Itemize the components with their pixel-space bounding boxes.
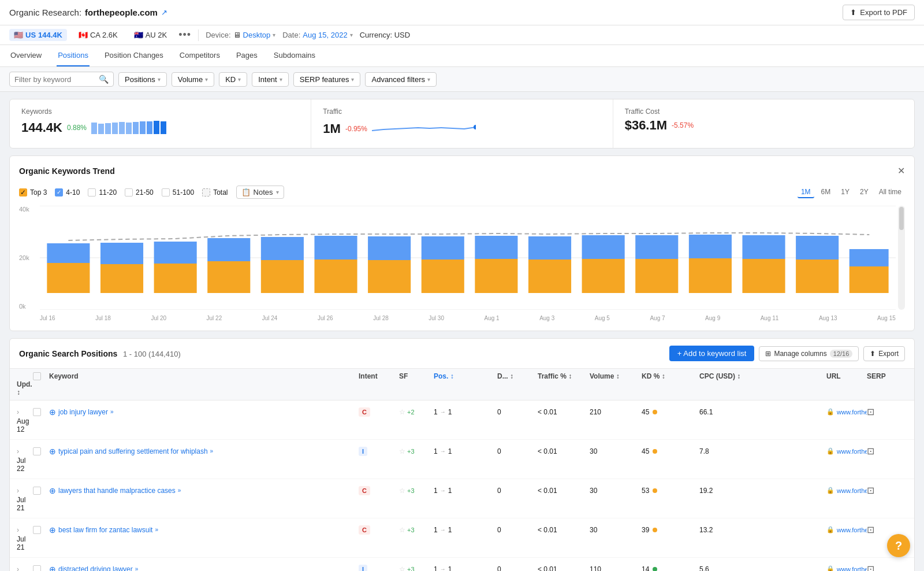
- advanced-filters-dropdown[interactable]: Advanced filters ▾: [365, 72, 437, 87]
- row-volume: 30: [590, 447, 642, 455]
- table-row: › ⊕ lawyers that handle malpractice case…: [10, 479, 914, 518]
- nav-positions[interactable]: Positions: [57, 45, 90, 66]
- row-serp[interactable]: ⊡: [867, 485, 907, 496]
- row-expand-button[interactable]: ›: [17, 408, 33, 416]
- col-cpc[interactable]: CPC (USD) ↕: [699, 372, 826, 380]
- keyword-link[interactable]: ⊕ lawyers that handle malpractice cases …: [49, 486, 359, 495]
- add-keyword-button[interactable]: + Add to keyword list: [669, 346, 755, 361]
- col-volume[interactable]: Volume ↕: [590, 372, 642, 380]
- svg-rect-31: [475, 259, 517, 293]
- row-checkbox[interactable]: [33, 447, 41, 455]
- metrics-row: Keywords 144.4K 0.88%: [9, 99, 915, 149]
- chart-header: Organic Keywords Trend ✕: [19, 165, 905, 176]
- nav-overview[interactable]: Overview: [9, 45, 43, 66]
- row-intent: I: [359, 565, 399, 572]
- country-au[interactable]: 🇦🇺 AU 2K: [129, 29, 172, 41]
- volume-dropdown[interactable]: Volume ▾: [172, 72, 214, 87]
- notes-button[interactable]: 📋 Notes ▾: [236, 186, 284, 199]
- external-link-icon[interactable]: ↗: [161, 8, 167, 17]
- keyword-link[interactable]: ⊕ typical pain and suffering settlement …: [49, 447, 359, 456]
- row-serp[interactable]: ⊡: [867, 406, 907, 417]
- row-expand-button[interactable]: ›: [17, 565, 33, 572]
- traffic-sparkline: [372, 120, 476, 140]
- svg-rect-32: [475, 236, 517, 259]
- device-filter[interactable]: Device: 🖥 Desktop ▾: [206, 31, 275, 39]
- chart-area: 40k 20k 0k: [19, 206, 905, 321]
- legend-total[interactable]: Total: [202, 188, 228, 196]
- keyword-link[interactable]: ⊕ job injury lawyer »: [49, 407, 359, 417]
- legend-21-50[interactable]: 21-50: [125, 188, 154, 196]
- row-serp[interactable]: ⊡: [867, 446, 907, 457]
- col-kd[interactable]: KD % ↕: [642, 372, 699, 380]
- col-serp[interactable]: SERP: [867, 372, 907, 380]
- col-d[interactable]: D... ↕: [497, 372, 538, 380]
- row-url[interactable]: 🔒 www.forthepeople.com/aut...unt/ ↗: [826, 447, 867, 455]
- row-expand-button[interactable]: ›: [17, 447, 33, 455]
- legend-checkbox-4-10: ✓: [55, 188, 63, 196]
- row-serp[interactable]: ⊡: [867, 524, 907, 535]
- kd-dropdown[interactable]: KD ▾: [219, 72, 247, 87]
- time-alltime-button[interactable]: All time: [875, 187, 905, 198]
- svg-rect-8: [147, 121, 152, 134]
- col-url[interactable]: URL: [826, 372, 867, 380]
- export-pdf-button[interactable]: ⬆ Export to PDF: [843, 5, 915, 20]
- positions-dropdown[interactable]: Positions ▾: [118, 72, 167, 87]
- chevron-down-icon: ▾: [427, 76, 430, 83]
- row-url[interactable]: 🔒 www.forthepeople.com/wor...ers/ ↗: [826, 408, 867, 416]
- export-table-button[interactable]: ⬆ Export: [863, 346, 905, 361]
- row-checkbox[interactable]: [33, 526, 41, 534]
- time-6m-button[interactable]: 6M: [818, 187, 834, 198]
- row-expand-button[interactable]: ›: [17, 487, 33, 495]
- row-updated: Jul 21: [17, 496, 33, 512]
- row-checkbox[interactable]: [33, 487, 41, 495]
- time-1m-button[interactable]: 1M: [798, 187, 814, 198]
- col-traffic[interactable]: Traffic % ↕: [538, 372, 590, 380]
- keyword-link[interactable]: ⊕ distracted driving lawyer »: [49, 565, 359, 572]
- keyword-filter-input[interactable]: 🔍: [9, 72, 114, 87]
- col-pos[interactable]: Pos. ↕: [434, 372, 497, 380]
- chevron-down-icon: ▾: [280, 76, 282, 83]
- row-url[interactable]: 🔒 www.forthepeople.com/me...ney/ ↗: [826, 487, 867, 494]
- arrow-right-icon: →: [440, 448, 446, 454]
- col-checkbox-header[interactable]: [33, 372, 49, 380]
- svg-rect-25: [314, 259, 357, 293]
- svg-rect-0: [91, 123, 97, 134]
- legend-4-10[interactable]: ✓ 4-10: [55, 188, 80, 196]
- chart-scrollbar[interactable]: [898, 206, 905, 310]
- col-updated[interactable]: Upd. ↕: [17, 380, 33, 396]
- more-countries-button[interactable]: •••: [178, 29, 191, 41]
- table-section: Organic Search Positions 1 - 100 (144,41…: [9, 338, 915, 571]
- intent-dropdown[interactable]: Intent ▾: [252, 72, 289, 87]
- col-sf[interactable]: SF: [399, 372, 434, 380]
- row-url[interactable]: 🔒 www.forthepeople.com/aut...ing/ ↗: [826, 565, 867, 571]
- help-button[interactable]: ?: [887, 534, 910, 557]
- svg-rect-20: [154, 242, 197, 264]
- keyword-link[interactable]: ⊕ best law firm for zantac lawsuit »: [49, 525, 359, 535]
- chart-scrollbar-thumb[interactable]: [899, 207, 904, 230]
- row-checkbox[interactable]: [33, 408, 41, 416]
- row-checkbox[interactable]: [33, 565, 41, 572]
- serp-features-dropdown[interactable]: SERP features ▾: [293, 72, 361, 87]
- keyword-search-field[interactable]: [14, 75, 95, 84]
- legend-51-100[interactable]: 51-100: [162, 188, 194, 196]
- legend-top3[interactable]: ✓ Top 3: [19, 188, 47, 196]
- nav-competitors[interactable]: Competitors: [178, 45, 221, 66]
- col-intent[interactable]: Intent: [359, 372, 399, 380]
- chart-section: Organic Keywords Trend ✕ ✓ Top 3 ✓ 4-10 …: [9, 155, 915, 331]
- country-us[interactable]: 🇺🇸 US 144.4K: [9, 29, 67, 41]
- row-serp[interactable]: ⊡: [867, 563, 907, 571]
- time-1y-button[interactable]: 1Y: [837, 187, 853, 198]
- legend-11-20[interactable]: 11-20: [88, 188, 117, 196]
- nav-pages[interactable]: Pages: [235, 45, 259, 66]
- manage-columns-button[interactable]: ⊞ Manage columns 12/16: [759, 346, 859, 361]
- col-keyword[interactable]: Keyword: [49, 372, 359, 380]
- nav-subdomains[interactable]: Subdomains: [273, 45, 316, 66]
- date-filter[interactable]: Date: Aug 15, 2022 ▾: [282, 31, 352, 39]
- chart-close-button[interactable]: ✕: [897, 165, 905, 176]
- nav-position-changes[interactable]: Position Changes: [103, 45, 165, 66]
- row-url[interactable]: 🔒 www.forthepeople.com/dan...uit/ ↗: [826, 526, 867, 533]
- row-position: 1 → 1: [434, 408, 497, 416]
- row-expand-button[interactable]: ›: [17, 526, 33, 534]
- country-ca[interactable]: 🇨🇦 CA 2.6K: [74, 29, 122, 41]
- time-2y-button[interactable]: 2Y: [856, 187, 872, 198]
